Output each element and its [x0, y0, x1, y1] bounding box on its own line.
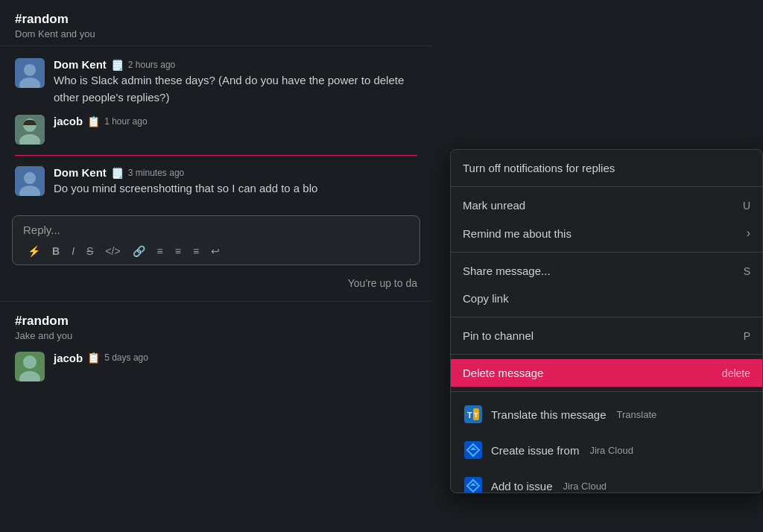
menu-item-label-translate: Translate this message: [491, 408, 607, 421]
context-menu: Turn off notifications for replies Mark …: [450, 149, 763, 493]
chat-panel: #random Dom Kent and you: [0, 0, 432, 532]
message-2: jacob 📋 1 hour ago: [0, 110, 432, 149]
menu-section-4: Pin to channel P: [451, 317, 762, 355]
message-text-3: Do you mind screenshotting that so I can…: [54, 180, 411, 197]
menu-item-label-copy-link: Copy link: [463, 292, 509, 305]
username-2: jacob: [54, 115, 83, 127]
menu-item-share[interactable]: Share message... S: [451, 257, 762, 285]
message-header-1: Dom Kent 🗒️ 2 hours ago: [54, 58, 417, 71]
jira-create-icon: [463, 440, 484, 460]
message-4: jacob 📋 5 days ago: [0, 347, 432, 386]
shortcut-delete: delete: [722, 367, 750, 379]
menu-item-label-mark-unread: Mark unread: [463, 199, 525, 212]
timestamp-4: 5 days ago: [104, 352, 148, 363]
menu-item-pin[interactable]: Pin to channel P: [451, 322, 762, 349]
context-menu-scroll: Turn off notifications for replies Mark …: [451, 150, 762, 493]
menu-item-label-share: Share message...: [463, 265, 551, 277]
menu-item-label-remind: Remind me about this: [463, 227, 572, 240]
toolbar-unordered-list[interactable]: ≡: [171, 242, 186, 260]
svg-point-10: [23, 355, 37, 369]
toolbar-indent[interactable]: ≡: [189, 242, 203, 260]
arrow-remind: ›: [747, 227, 750, 240]
message-content-1: Dom Kent 🗒️ 2 hours ago Who is Slack adm…: [54, 58, 417, 106]
channel-name-2: #random: [15, 314, 417, 329]
menu-item-label-pin: Pin to channel: [463, 329, 534, 342]
message-header-4: jacob 📋 5 days ago: [54, 352, 417, 364]
username-1: Dom Kent: [54, 58, 107, 71]
channel-header-2: #random Jake and you: [0, 301, 432, 347]
message-1: Dom Kent 🗒️ 2 hours ago Who is Slack adm…: [0, 54, 432, 110]
menu-item-turn-off-notifications[interactable]: Turn off notifications for replies: [451, 154, 762, 182]
timestamp-2: 1 hour ago: [104, 116, 147, 127]
translate-icon: T T: [463, 404, 484, 425]
username-4: jacob: [54, 352, 83, 364]
shortcut-mark-unread: U: [743, 200, 750, 212]
message-header-2: jacob 📋 1 hour ago: [54, 115, 417, 127]
menu-item-sublabel-translate: Translate: [617, 409, 657, 420]
badge-4: 📋: [87, 352, 100, 364]
avatar-dom-kent-1: [15, 58, 45, 88]
menu-item-label-notifications: Turn off notifications for replies: [463, 162, 615, 174]
message-content-2: jacob 📋 1 hour ago: [54, 115, 417, 145]
username-3: Dom Kent: [54, 166, 107, 179]
up-to-date-banner: You're up to da: [0, 271, 432, 295]
toolbar-strikethrough[interactable]: S: [82, 242, 98, 260]
message-content-3: Dom Kent 🗒️ 3 minutes ago Do you mind sc…: [54, 166, 417, 197]
menu-section-1: Turn off notifications for replies: [451, 150, 762, 187]
unread-line: [15, 155, 417, 156]
menu-section-2: Mark unread U Remind me about this ›: [451, 187, 762, 253]
menu-item-add-issue[interactable]: Add to issue Jira Cloud: [451, 468, 762, 493]
shortcut-share: S: [744, 265, 750, 277]
toolbar-quote[interactable]: ↩: [206, 242, 224, 260]
channel-subtitle-1: Dom Kent and you: [15, 28, 417, 39]
reply-placeholder[interactable]: Reply...: [23, 224, 409, 236]
svg-point-7: [24, 172, 36, 184]
message-text-1: Who is Slack admin these days? (And do y…: [54, 72, 417, 106]
reply-toolbar: ⚡ B I S </> 🔗 ≡ ≡ ≡ ↩: [23, 242, 409, 260]
avatar-dom-kent-2: [15, 166, 45, 196]
menu-item-delete[interactable]: Delete message delete: [451, 359, 762, 387]
menu-item-label-create-issue: Create issue from: [491, 444, 579, 457]
svg-text:T: T: [467, 411, 472, 419]
menu-item-mark-unread[interactable]: Mark unread U: [451, 191, 762, 219]
message-header-3: Dom Kent 🗒️ 3 minutes ago: [54, 166, 417, 179]
toolbar-lightning[interactable]: ⚡: [23, 242, 45, 260]
badge-3: 🗒️: [111, 167, 124, 179]
channel-header-1: #random Dom Kent and you: [0, 0, 432, 46]
svg-point-1: [24, 64, 36, 76]
reply-area[interactable]: Reply... ⚡ B I S </> 🔗 ≡ ≡ ≡ ↩: [12, 215, 420, 265]
jira-add-icon: [463, 475, 484, 493]
menu-item-label-delete: Delete message: [463, 367, 543, 379]
unread-divider: [0, 152, 432, 159]
channel-name-1: #random: [15, 12, 417, 27]
svg-text:T: T: [474, 411, 478, 419]
menu-section-6: T T Translate this message Translate: [451, 392, 762, 493]
menu-section-5: Delete message delete: [451, 355, 762, 392]
menu-section-3: Share message... S Copy link: [451, 253, 762, 317]
toolbar-ordered-list[interactable]: ≡: [153, 242, 168, 260]
menu-item-copy-link[interactable]: Copy link: [451, 285, 762, 312]
avatar-jacob-2: [15, 352, 45, 381]
timestamp-3: 3 minutes ago: [128, 168, 184, 178]
menu-item-remind[interactable]: Remind me about this ›: [451, 219, 762, 247]
toolbar-bold[interactable]: B: [48, 242, 64, 260]
shortcut-pin: P: [744, 330, 750, 342]
toolbar-link[interactable]: 🔗: [128, 242, 150, 260]
channel-subtitle-2: Jake and you: [15, 330, 417, 341]
badge-2: 📋: [87, 115, 100, 127]
message-content-4: jacob 📋 5 days ago: [54, 352, 417, 381]
badge-1: 🗒️: [111, 59, 124, 71]
menu-item-translate[interactable]: T T Translate this message Translate: [451, 396, 762, 432]
timestamp-1: 2 hours ago: [128, 60, 175, 70]
avatar-jacob-1: [15, 115, 45, 145]
toolbar-code[interactable]: </>: [101, 242, 124, 260]
message-3: Dom Kent 🗒️ 3 minutes ago Do you mind sc…: [0, 162, 432, 202]
menu-item-label-add-issue: Add to issue: [491, 480, 553, 493]
toolbar-italic[interactable]: I: [67, 242, 79, 260]
menu-item-sublabel-create-issue: Jira Cloud: [589, 445, 633, 456]
menu-item-sublabel-add-issue: Jira Cloud: [563, 481, 607, 492]
messages-container: Dom Kent 🗒️ 2 hours ago Who is Slack adm…: [0, 46, 432, 209]
menu-item-create-issue[interactable]: Create issue from Jira Cloud: [451, 432, 762, 468]
